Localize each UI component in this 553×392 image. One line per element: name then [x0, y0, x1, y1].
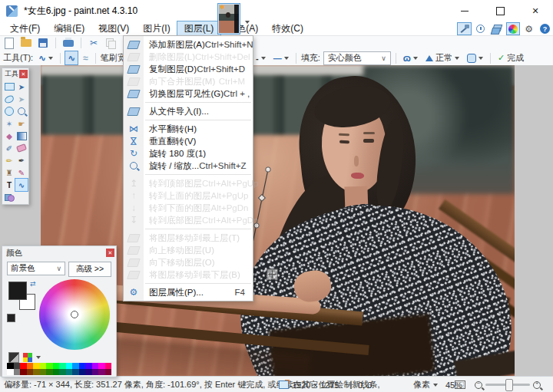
palette-swatch[interactable]	[98, 363, 105, 369]
palette-swatch[interactable]	[59, 369, 66, 375]
menubar-item-1[interactable]: 文件(F)	[3, 21, 47, 35]
tool-gradient-button[interactable]	[15, 130, 28, 142]
tool-magic-wand-button[interactable]: ✶	[3, 117, 15, 130]
tool-paint-bucket-button[interactable]: ◆	[3, 130, 15, 142]
menu-item-move-layer-to-bottom[interactable]: 将图层移动到最下层(B)	[124, 268, 253, 281]
tool-move-selected-pixels-button[interactable]: ➤	[15, 81, 28, 93]
palette-swatch[interactable]	[85, 369, 92, 375]
color-wheel-selector[interactable]	[71, 311, 78, 318]
move-gizmo-icon[interactable]	[267, 269, 277, 279]
tool-pencil-button[interactable]: ✏	[3, 154, 15, 166]
palette-swatch[interactable]	[33, 369, 40, 375]
cut-button[interactable]: ✂	[88, 37, 100, 49]
bezier-mode-button[interactable]: ≈	[81, 51, 91, 64]
zoom-slider[interactable]	[485, 384, 530, 386]
palette-swatch[interactable]	[66, 369, 73, 375]
new-document-button[interactable]	[3, 37, 15, 49]
tool-pan-button[interactable]: ☛	[15, 117, 28, 130]
chevron-down-icon[interactable]	[433, 384, 438, 387]
menu-item-rotate-180[interactable]: ↻旋转 180 度(1)	[124, 147, 253, 160]
close-button[interactable]: ✕	[518, 0, 553, 21]
image-list-chevron-icon[interactable]	[245, 21, 250, 24]
unit-select[interactable]: 像素	[413, 379, 430, 390]
menu-item-add-new-layer[interactable]: 添加新图层(A)Ctrl+Shift+N	[124, 38, 253, 51]
menubar-item-2[interactable]: 编辑(E)	[47, 21, 91, 35]
palette-swatch[interactable]	[105, 363, 112, 369]
palette-grid-icon[interactable]	[23, 353, 32, 362]
menu-item-rotate-zoom[interactable]: 旋转 / 缩放...Ctrl+Shift+Z	[124, 160, 253, 172]
help-button[interactable]: ?	[538, 23, 551, 35]
palette-swatch[interactable]	[40, 369, 47, 375]
menu-item-go-to-bottom-layer[interactable]: ↧转到底部图层Ctrl+Alt+PgDn	[124, 214, 253, 226]
open-folder-button[interactable]	[20, 37, 32, 49]
tool-line-curve-button[interactable]: ∿	[15, 179, 28, 191]
chevron-down-icon[interactable]	[36, 356, 41, 359]
palette-swatch[interactable]	[105, 369, 112, 375]
menu-item-go-to-top-layer[interactable]: ↥转到顶部图层Ctrl+Alt+PgUp	[124, 177, 253, 189]
tool-lasso-select-button[interactable]	[3, 93, 15, 105]
print-button[interactable]	[62, 37, 75, 49]
menu-item-merge-layer-down[interactable]: 向下合并图层(M)Ctrl+M	[124, 75, 253, 87]
advanced-button[interactable]: 高级 >>	[68, 262, 111, 277]
menu-item-go-to-layer-below[interactable]: ↓转到下面的图层Alt+PgDn	[124, 202, 253, 214]
palette-swatch[interactable]	[7, 363, 14, 369]
palette-swatch[interactable]	[14, 363, 21, 369]
palette-swatch[interactable]	[46, 363, 53, 369]
palette-swatch[interactable]	[79, 369, 86, 375]
finish-button[interactable]: ✓完成	[495, 51, 526, 64]
save-button[interactable]	[37, 37, 49, 49]
menu-item-flip-vertical[interactable]: ⋈垂直翻转(V)	[124, 135, 253, 147]
antialias-button[interactable]	[465, 51, 485, 64]
add-color-icon[interactable]	[8, 352, 19, 363]
menubar-item-4[interactable]: 图片(I)	[136, 21, 177, 35]
menu-item-delete-layer[interactable]: 删除图层(L)Ctrl+Shift+Del	[124, 51, 253, 63]
palette-swatch[interactable]	[20, 363, 27, 369]
palette-swatch[interactable]	[27, 369, 34, 375]
settings-button[interactable]: ⚙	[523, 23, 535, 35]
palette-swatch[interactable]	[66, 363, 73, 369]
menu-item-layer-properties[interactable]: ⚙图层属性(P)...F4	[124, 286, 253, 298]
zoom-in-icon[interactable]: +	[533, 381, 541, 389]
menu-item-import-from-file[interactable]: 从文件导入(I)...	[124, 105, 253, 117]
line-handle-start[interactable]	[266, 167, 270, 172]
current-tool-button[interactable]: ∿	[36, 51, 55, 64]
gradient-mode-button[interactable]: ɷ	[401, 51, 420, 64]
tool-zoom-button[interactable]	[15, 105, 28, 117]
menu-item-go-to-layer-above[interactable]: ↑转到上面的图层Alt+PgUp	[124, 189, 253, 202]
tool-color-picker-button[interactable]: ✒	[15, 154, 28, 166]
dash-style-button[interactable]: —	[271, 51, 291, 64]
palette-swatch[interactable]	[79, 363, 86, 369]
history-window-toggle-button[interactable]	[475, 23, 486, 35]
palette-swatch[interactable]	[53, 363, 60, 369]
menubar-item-3[interactable]: 视图(V)	[91, 21, 136, 35]
blend-mode-button[interactable]: 正常	[423, 51, 462, 64]
palette-swatch[interactable]	[33, 363, 40, 369]
palette-swatch[interactable]	[20, 369, 27, 375]
copy-button[interactable]	[104, 37, 117, 49]
spline-mode-button[interactable]: ∿	[65, 51, 78, 64]
palette-swatch[interactable]	[27, 363, 34, 369]
close-icon[interactable]: ✕	[106, 249, 114, 257]
menu-item-duplicate-layer[interactable]: 复制图层(D)Ctrl+Shift+D	[124, 63, 253, 75]
menubar-item-7[interactable]: 特效(C)	[265, 21, 310, 35]
palette-swatch[interactable]	[14, 369, 21, 375]
tool-move-selection-button[interactable]: ➤	[15, 93, 28, 105]
menu-item-move-layer-to-top[interactable]: 将图层移动到最上层(T)	[124, 232, 253, 244]
palette-swatch[interactable]	[7, 369, 14, 375]
foreground-color-swatch[interactable]	[8, 282, 27, 300]
line-handle-nub[interactable]	[259, 195, 266, 202]
tool-eraser-button[interactable]	[15, 142, 28, 154]
swap-colors-icon[interactable]: ⇄	[30, 280, 36, 288]
palette-swatch[interactable]	[59, 363, 66, 369]
colors-window-toggle-button[interactable]	[507, 23, 519, 35]
tool-ellipse-select-button[interactable]	[3, 105, 15, 117]
tool-rectangle-select-button[interactable]	[3, 81, 15, 93]
image-tab[interactable]: ✱	[217, 3, 240, 35]
color-mode-select[interactable]: 前景色 ∨	[7, 262, 65, 275]
palette-swatch[interactable]	[72, 363, 79, 369]
maximize-button[interactable]	[482, 0, 518, 21]
menu-item-move-layer-up[interactable]: 向上移动图层(U)	[124, 244, 253, 256]
palette-swatch[interactable]	[92, 369, 99, 375]
minimize-button[interactable]	[447, 0, 482, 21]
palette-swatch[interactable]	[92, 363, 99, 369]
